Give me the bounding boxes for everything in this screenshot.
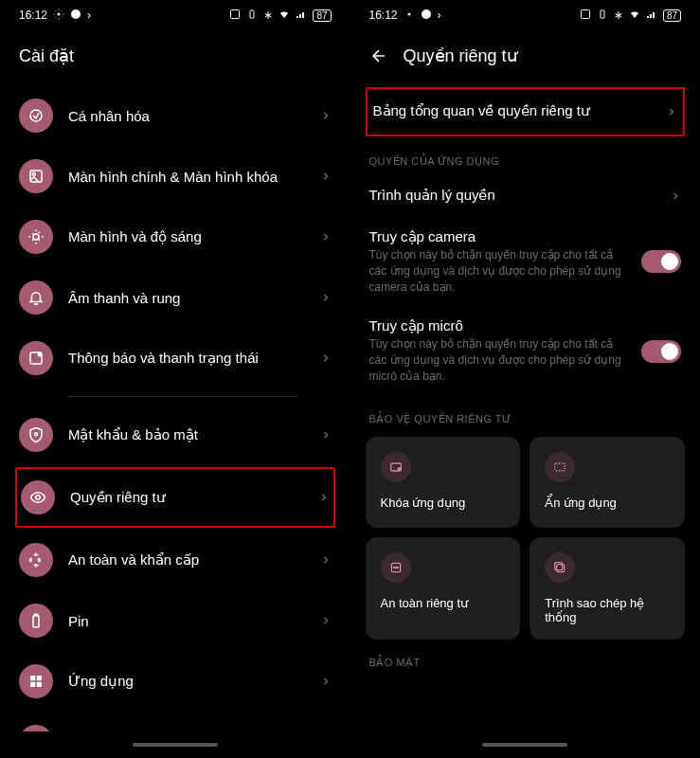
camera-toggle[interactable] bbox=[641, 250, 681, 273]
lock-icon bbox=[381, 452, 411, 482]
setting-title: Trình quản lý quyền bbox=[369, 187, 659, 204]
status-time: 16:12 bbox=[369, 9, 398, 22]
setting-subtitle: Tùy chọn này bỏ chặn quyền truy cập cho … bbox=[369, 336, 631, 384]
item-label: Màn hình chính & Màn hình khóa bbox=[68, 169, 305, 185]
nav-pill[interactable] bbox=[482, 743, 567, 747]
divider bbox=[68, 396, 297, 397]
brightness-icon bbox=[19, 220, 53, 254]
back-icon[interactable] bbox=[369, 46, 388, 65]
item-home-lock-screen[interactable]: Màn hình chính & Màn hình khóa bbox=[15, 146, 335, 207]
svg-point-0 bbox=[58, 12, 61, 15]
notification-icon bbox=[19, 341, 53, 375]
setting-subtitle: Tùy chọn này bỏ chặn quyền truy cập cho … bbox=[369, 247, 631, 295]
card-label: Trình sao chép hệ thống bbox=[545, 596, 670, 624]
item-sound-vibration[interactable]: Âm thanh và rung bbox=[15, 267, 335, 328]
card-label: Ẩn ứng dụng bbox=[545, 496, 670, 510]
bluetooth-icon: ∗ bbox=[614, 9, 623, 22]
svg-rect-17 bbox=[37, 682, 42, 687]
svg-point-29 bbox=[397, 567, 398, 568]
row-camera-access[interactable]: Truy cập camera Tùy chọn này bỏ chặn quy… bbox=[366, 217, 686, 306]
header: Quyền riêng tư bbox=[350, 30, 701, 85]
item-password-security[interactable]: Mật khẩu & bảo mật bbox=[15, 405, 335, 465]
signal-icon bbox=[296, 9, 307, 23]
svg-point-28 bbox=[395, 567, 396, 568]
svg-point-19 bbox=[407, 12, 410, 15]
svg-rect-30 bbox=[557, 564, 565, 571]
item-personalization[interactable]: Cá nhân hóa bbox=[15, 85, 335, 146]
card-hide-apps[interactable]: Ẩn ứng dụng bbox=[529, 437, 685, 528]
nav-bar bbox=[0, 731, 350, 758]
location-icon bbox=[19, 725, 53, 731]
svg-rect-12 bbox=[33, 616, 39, 627]
chevron-right-icon bbox=[320, 110, 332, 121]
wifi-icon bbox=[629, 9, 640, 23]
section-app-permissions: QUYỀN CỦA ỨNG DỤNG bbox=[366, 138, 686, 175]
item-location[interactable]: Vị trí bbox=[15, 712, 335, 731]
nav-pill[interactable] bbox=[133, 743, 218, 747]
row-privacy-overview[interactable]: Bảng tổng quan về quyền riêng tư bbox=[366, 87, 686, 136]
svg-rect-15 bbox=[37, 676, 42, 680]
svg-point-11 bbox=[36, 496, 41, 500]
left-phone: 16:12 › ∗ 87 Cài đặt Cá nhân hóa Màn hìn… bbox=[0, 0, 350, 758]
nfc-icon bbox=[580, 9, 591, 23]
arrow-icon: › bbox=[438, 9, 441, 22]
page-title: Quyền riêng tư bbox=[404, 45, 517, 66]
svg-point-9 bbox=[38, 353, 41, 356]
setting-title: Bảng tổng quan về quyền riêng tư bbox=[373, 102, 655, 119]
item-apps[interactable]: Ứng dụng bbox=[15, 651, 335, 712]
vibrate-icon bbox=[597, 9, 608, 23]
item-display-brightness[interactable]: Màn hình và độ sáng bbox=[15, 207, 335, 267]
item-label: Quyền riêng tư bbox=[70, 489, 303, 506]
wifi-icon bbox=[278, 9, 290, 23]
item-battery[interactable]: Pin bbox=[15, 590, 335, 651]
row-permission-manager[interactable]: Trình quản lý quyền bbox=[366, 175, 686, 217]
right-phone: 16:12 › ∗ 87 Quyền riêng tư Bảng tổng qu… bbox=[350, 0, 701, 758]
settings-list: Cá nhân hóa Màn hình chính & Màn hình kh… bbox=[0, 85, 350, 731]
status-time: 16:12 bbox=[19, 9, 47, 22]
svg-rect-25 bbox=[555, 463, 565, 471]
battery-icon bbox=[19, 604, 53, 638]
messenger-icon bbox=[421, 9, 432, 23]
privacy-cards-grid: Khóa ứng dụng Ẩn ứng dụng An toàn riêng … bbox=[366, 437, 686, 640]
chevron-right-icon bbox=[320, 352, 332, 364]
item-label: Âm thanh và rung bbox=[68, 290, 305, 306]
item-label: Thông báo và thanh trạng thái bbox=[68, 350, 305, 367]
item-label: Pin bbox=[68, 613, 305, 629]
micro-toggle[interactable] bbox=[641, 340, 681, 363]
gear-icon bbox=[404, 9, 415, 23]
shield-icon bbox=[19, 418, 53, 452]
item-privacy[interactable]: Quyền riêng tư bbox=[15, 467, 335, 528]
nav-bar bbox=[350, 731, 701, 758]
svg-point-27 bbox=[393, 567, 394, 568]
status-bar: 16:12 › ∗ 87 bbox=[0, 0, 350, 30]
page-title: Cài đặt bbox=[0, 30, 350, 85]
eye-icon bbox=[21, 480, 55, 514]
card-system-cloner[interactable]: Trình sao chép hệ thống bbox=[529, 537, 685, 640]
clone-icon bbox=[545, 552, 575, 583]
svg-point-24 bbox=[398, 467, 401, 470]
row-micro-access[interactable]: Truy cập micrô Tùy chọn này bỏ chặn quyề… bbox=[366, 306, 686, 395]
gear-icon bbox=[53, 9, 64, 23]
battery-indicator: 87 bbox=[313, 9, 331, 22]
svg-rect-14 bbox=[30, 676, 35, 680]
item-notifications-status[interactable]: Thông báo và thanh trạng thái bbox=[15, 328, 335, 388]
svg-point-10 bbox=[35, 433, 38, 436]
card-label: An toàn riêng tư bbox=[381, 596, 506, 610]
bluetooth-icon: ∗ bbox=[263, 9, 273, 22]
card-app-lock[interactable]: Khóa ứng dụng bbox=[366, 437, 521, 528]
chevron-right-icon bbox=[318, 492, 330, 503]
svg-rect-5 bbox=[30, 171, 42, 182]
card-label: Khóa ứng dụng bbox=[381, 496, 506, 510]
card-private-safe[interactable]: An toàn riêng tư bbox=[366, 537, 521, 640]
status-bar: 16:12 › ∗ 87 bbox=[350, 0, 701, 30]
svg-point-1 bbox=[71, 9, 81, 19]
image-icon bbox=[19, 159, 53, 193]
svg-rect-13 bbox=[35, 614, 38, 616]
section-privacy-protection: BẢO VỆ QUYỀN RIÊNG TƯ bbox=[366, 396, 686, 433]
chevron-right-icon bbox=[320, 292, 332, 303]
svg-rect-21 bbox=[581, 9, 589, 18]
item-safety-emergency[interactable]: An toàn và khẩn cấp bbox=[15, 530, 335, 590]
apps-icon bbox=[19, 664, 53, 698]
nfc-icon bbox=[229, 9, 241, 23]
personalize-icon bbox=[19, 99, 53, 133]
